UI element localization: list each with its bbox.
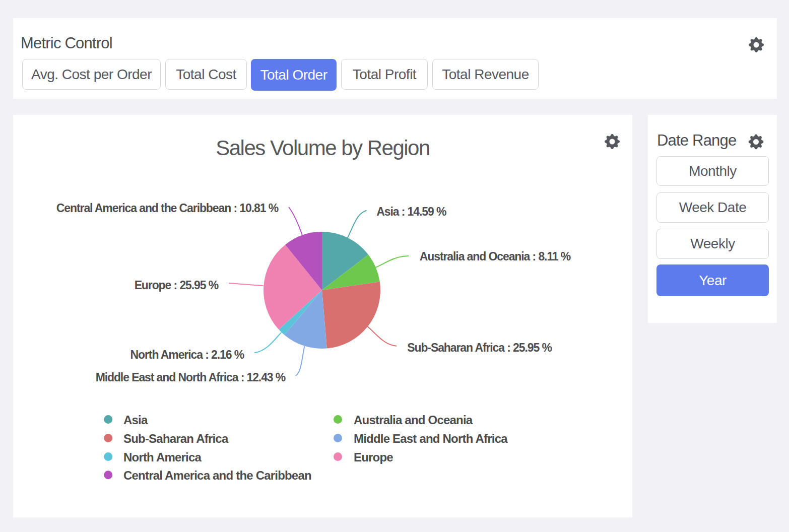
svg-text:Australia and Oceania : 8.11 %: Australia and Oceania : 8.11 % <box>420 250 571 263</box>
svg-text:Europe: Europe <box>354 450 393 464</box>
svg-text:Asia: Asia <box>123 413 148 427</box>
svg-text:North America: North America <box>123 450 202 464</box>
svg-text:Middle East and North Africa :: Middle East and North Africa : 12.43 % <box>96 371 286 384</box>
svg-text:Sub-Saharan Africa : 25.95 %: Sub-Saharan Africa : 25.95 % <box>407 341 552 354</box>
svg-text:Middle East and North Africa: Middle East and North Africa <box>354 432 508 445</box>
svg-text:North America : 2.16 %: North America : 2.16 % <box>130 348 244 361</box>
svg-text:Europe : 25.95 %: Europe : 25.95 % <box>135 279 219 292</box>
svg-text:Sub-Saharan Africa: Sub-Saharan Africa <box>123 432 229 445</box>
svg-text:Central America and the Caribb: Central America and the Caribbean : 10.8… <box>56 202 279 215</box>
svg-text:Australia and Oceania: Australia and Oceania <box>354 413 473 427</box>
svg-text:Central America and the Caribb: Central America and the Caribbean <box>123 469 311 482</box>
svg-text:Asia : 14.59 %: Asia : 14.59 % <box>376 205 446 218</box>
